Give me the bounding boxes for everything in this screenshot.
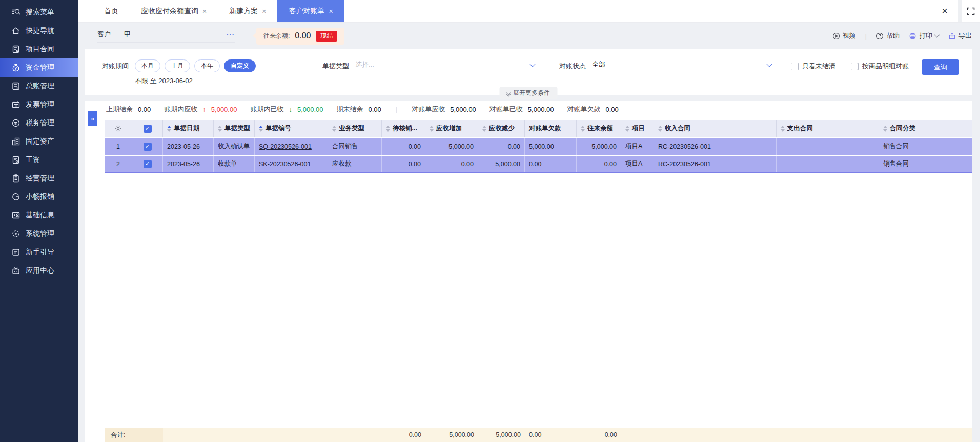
tab-balance-query[interactable]: 应收应付余额查询 × [130,0,218,22]
sidebar-item-search-menu[interactable]: 搜索菜单 [0,3,78,22]
collapse-handle[interactable]: » [88,111,97,126]
sort-icon[interactable] [167,126,171,132]
sort-icon[interactable] [781,126,785,132]
statement-table: ✓ 单据日期 单据类型 单据编号 业务类型 待核销... 应收增加 应收减少 对… [85,118,972,442]
checkbox-icon [791,63,799,70]
export-icon [948,32,956,40]
print-button[interactable]: 打印 [909,31,939,41]
customer-value: 甲 [124,30,227,39]
column-header-balance[interactable]: 往来余额 [577,120,621,137]
sidebar-item-payroll[interactable]: 工资 [0,151,78,169]
sidebar-item-operations[interactable]: 经营管理 [0,169,78,188]
sidebar-item-fixed-assets[interactable]: 固定资产 [0,132,78,151]
sidebar-item-label: 新手引导 [26,248,54,257]
tab-close-icon[interactable]: × [262,7,266,15]
expand-more-button[interactable]: 展开更多条件 [499,87,557,99]
sidebar-item-funds-management[interactable]: 资金管理 [0,58,78,77]
sidebar-item-label: 发票管理 [26,100,54,109]
column-header-stmt-due[interactable]: 对账单欠款 [525,120,577,137]
column-header-project[interactable]: 项目 [621,120,654,137]
sidebar-item-app-center[interactable]: 应用中心 [0,262,78,280]
fullscreen-button[interactable] [962,0,980,22]
cell-receivable-inc: 0.00 [425,156,478,172]
column-settings-button[interactable] [105,120,132,137]
sort-icon[interactable] [625,126,629,132]
sort-icon[interactable] [218,126,222,132]
tax-icon [11,118,21,128]
divider: | [396,106,397,113]
export-button[interactable]: 导出 [948,31,972,41]
sidebar-item-system[interactable]: 系统管理 [0,225,78,243]
tab-home[interactable]: 首页 [93,0,130,22]
column-header-income-contract[interactable]: 收入合同 [654,120,777,137]
doc-type-select[interactable]: 选择... [355,59,535,73]
doc-no-link[interactable]: SK-20230526-001 [259,160,311,168]
window-close-button[interactable]: × [931,0,958,22]
column-header-expense-contract[interactable]: 支出合同 [777,120,879,137]
cell-receivable-inc: 5,000.00 [425,138,478,155]
column-header-doc-type[interactable]: 单据类型 [214,120,255,137]
sidebar-item-project-contract[interactable]: 项目合同 [0,40,78,58]
sort-icon[interactable] [332,126,336,132]
cell-pending: 0.00 [382,138,425,155]
sort-icon[interactable] [259,126,263,132]
app-root: 搜索菜单 快捷导航 项目合同 资金管理 总账管理 发票管理 税务管理 固定资产 [0,0,980,442]
sidebar-item-label: 应用中心 [26,266,54,275]
period-range-value[interactable]: 不限 至 2023-06-02 [135,76,256,86]
column-header-contract-category[interactable]: 合同分类 [879,120,962,137]
sidebar-item-reimburse[interactable]: 小畅报销 [0,188,78,206]
table-row[interactable]: 2 ✓ 2023-05-26 收款单 SK-20230526-001 应收款 0… [105,156,972,173]
sidebar-item-invoice-management[interactable]: 发票管理 [0,95,78,114]
sidebar-item-guide[interactable]: 新手引导 [0,243,78,262]
checkbox-unsettled-only[interactable]: 只看未结清 [791,59,835,73]
sort-icon[interactable] [482,126,486,132]
sort-icon[interactable] [430,126,434,132]
sort-icon[interactable] [581,126,585,132]
cell-doc-type: 收入确认单 [214,138,255,155]
tab-customer-statement[interactable]: 客户对账单 × [277,0,344,22]
period-last-month[interactable]: 上月 [165,59,190,72]
column-header-date[interactable]: 单据日期 [163,120,214,137]
payroll-icon [11,155,21,165]
column-header-pending[interactable]: 待核销... [382,120,425,137]
sidebar-item-base-info[interactable]: 基础信息 [0,206,78,225]
column-header-receivable-dec[interactable]: 应收减少 [478,120,525,137]
sidebar-item-general-ledger[interactable]: 总账管理 [0,77,78,95]
column-header-receivable-inc[interactable]: 应收增加 [425,120,478,137]
column-header-biz-type[interactable]: 业务类型 [328,120,382,137]
checkbox-checked-icon: ✓ [144,160,152,168]
table-row[interactable]: 1 ✓ 2023-05-26 收入确认单 SQ-20230526-001 合同销… [105,138,972,155]
select-all-checkbox[interactable]: ✓ [132,120,163,137]
summary-prev-balance: 上期结余 0.00 [106,105,151,114]
app-center-icon [11,266,21,275]
tab-close-icon[interactable]: × [202,7,207,15]
sidebar-item-tax-management[interactable]: 税务管理 [0,114,78,132]
help-button[interactable]: 帮助 [876,31,900,41]
period-custom[interactable]: 自定义 [224,59,256,72]
customer-picker-ellipsis-icon[interactable]: ··· [227,30,235,38]
print-icon [909,32,916,40]
sort-icon[interactable] [386,126,390,132]
cell-contract-category: 销售合同 [879,138,962,155]
sort-icon[interactable] [883,126,887,132]
cell-doc-no: SK-20230526-001 [255,156,328,172]
sidebar-item-quick-nav[interactable]: 快捷导航 [0,22,78,40]
cell-project: 项目A [621,138,654,155]
period-this-year[interactable]: 本年 [194,59,220,72]
doc-no-link[interactable]: SQ-20230526-001 [259,143,312,150]
column-header-doc-no[interactable]: 单据编号 [255,120,328,137]
cell-date: 2023-05-26 [163,156,214,172]
period-this-month[interactable]: 本月 [135,59,160,72]
video-button[interactable]: 视频 [832,31,856,41]
filter-panel: 对账期间 本月 上月 本年 自定义 不限 至 2023-06-02 单据类型 选… [85,49,972,95]
row-checkbox[interactable]: ✓ [132,156,163,172]
chevron-down-icon [934,32,940,37]
query-button[interactable]: 查询 [922,59,959,75]
status-select[interactable]: 全部 [592,59,771,73]
row-checkbox[interactable]: ✓ [132,138,163,155]
customer-field[interactable]: 客户 甲 ··· [97,30,235,43]
sort-icon[interactable] [658,126,662,132]
tab-close-icon[interactable]: × [329,7,333,15]
tab-new-plan[interactable]: 新建方案 × [218,0,277,22]
checkbox-by-goods-detail[interactable]: 按商品明细对账 [851,59,909,73]
